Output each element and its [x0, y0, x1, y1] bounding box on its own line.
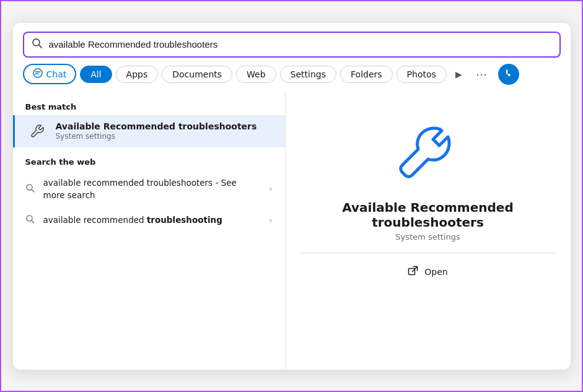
web-item-1[interactable]: available recommended troubleshooters - …	[13, 170, 285, 208]
right-panel: Available Recommended troubleshooters Sy…	[286, 92, 571, 370]
search-input[interactable]	[49, 39, 552, 50]
filter-documents-button[interactable]: Documents	[162, 66, 232, 83]
main-content: Best match Available Recommended trouble…	[13, 92, 571, 370]
best-match-text: Available Recommended troubleshooters Sy…	[56, 121, 257, 141]
web-item-2[interactable]: available recommended troubleshooting ›	[13, 207, 285, 232]
divider	[300, 253, 556, 253]
web-item-2-main: available recommended	[43, 215, 147, 225]
settings-label: Settings	[291, 69, 326, 79]
web-search-label: Search the web	[13, 147, 285, 170]
search-input-wrap	[23, 32, 561, 58]
right-panel-subtitle: System settings	[395, 232, 460, 242]
open-button[interactable]: Open	[408, 263, 447, 281]
svg-line-6	[32, 220, 34, 223]
web-item-2-text: available recommended troubleshooting	[43, 214, 261, 226]
filter-photos-button[interactable]: Photos	[397, 66, 447, 83]
filter-apps-button[interactable]: Apps	[116, 66, 159, 83]
photos-label: Photos	[407, 69, 436, 79]
web-label: Web	[247, 69, 266, 79]
filter-web-button[interactable]: Web	[236, 66, 276, 83]
play-icon: ▶	[455, 69, 462, 79]
open-label: Open	[424, 267, 447, 277]
search-container: Chat All Apps Documents Web Settings Fol…	[13, 23, 571, 370]
filter-row: Chat All Apps Documents Web Settings Fol…	[13, 58, 571, 92]
filter-settings-button[interactable]: Settings	[280, 66, 336, 83]
best-match-label: Best match	[13, 97, 285, 115]
svg-line-1	[38, 45, 41, 47]
apps-label: Apps	[126, 69, 148, 79]
filter-all-button[interactable]: All	[80, 66, 112, 83]
web-item-2-bold: troubleshooting	[147, 215, 222, 225]
search-bar-row	[13, 23, 571, 58]
web-search-icon-1	[25, 183, 35, 194]
bing-button[interactable]	[498, 64, 519, 85]
search-icon	[32, 38, 43, 51]
open-icon	[408, 266, 418, 279]
best-match-item[interactable]: Available Recommended troubleshooters Sy…	[13, 115, 285, 147]
folders-label: Folders	[351, 69, 382, 79]
web-item-1-main: available recommended troubleshooters	[43, 178, 213, 188]
wrench-icon	[27, 121, 47, 141]
right-icon-area	[391, 112, 465, 189]
svg-point-2	[33, 69, 42, 77]
more-button[interactable]: ⋯	[471, 65, 492, 84]
wrench-large-icon	[391, 112, 465, 186]
chat-label: Chat	[46, 69, 67, 79]
chevron-right-icon-2: ›	[269, 216, 272, 225]
ellipsis-icon: ⋯	[476, 68, 487, 81]
web-item-1-text: available recommended troubleshooters - …	[43, 176, 261, 202]
chat-icon	[33, 68, 43, 80]
all-label: All	[90, 69, 101, 79]
chevron-right-icon-1: ›	[269, 184, 272, 193]
documents-label: Documents	[172, 69, 222, 79]
best-match-title: Available Recommended troubleshooters	[56, 121, 257, 131]
filter-folders-button[interactable]: Folders	[340, 66, 393, 83]
best-match-subtitle: System settings	[56, 132, 257, 141]
svg-line-4	[32, 189, 34, 192]
left-panel: Best match Available Recommended trouble…	[13, 92, 286, 370]
web-search-icon-2	[25, 214, 35, 225]
bing-icon	[503, 68, 514, 81]
filter-chat-button[interactable]: Chat	[23, 64, 77, 84]
right-panel-title: Available Recommended troubleshooters	[300, 200, 556, 230]
play-button[interactable]: ▶	[450, 67, 467, 82]
